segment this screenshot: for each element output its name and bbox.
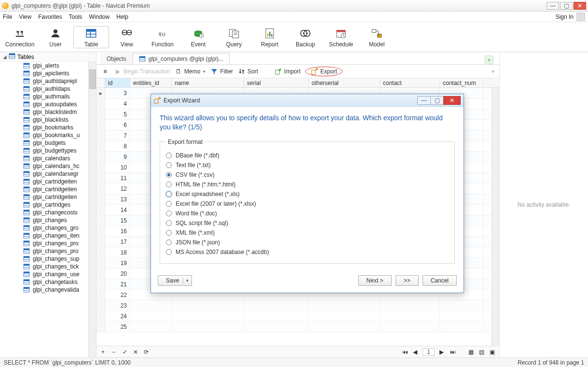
cell-id[interactable]: 24 [105,311,130,321]
export-button[interactable]: Export [305,67,342,76]
nav-table-item[interactable]: glpi_changes_tick [0,263,96,270]
grid-view-toggle[interactable]: ▦ [467,349,474,355]
dialog-maximize-button[interactable]: ▢ [430,96,444,105]
tab-objects[interactable]: Objects [100,53,133,64]
ribbon-user[interactable]: User [38,27,73,48]
delete-row-button[interactable]: − [111,349,118,355]
nav-table-item[interactable]: glpi_bookmarks_u [0,131,96,139]
nav-table-item[interactable]: glpi_bookmarks [0,124,96,131]
ribbon-model[interactable]: Model [359,27,395,48]
nav-table-item[interactable]: glpi_calendars [0,155,96,162]
nav-table-item[interactable]: glpi_blacklists [0,116,96,124]
nav-table-item[interactable]: glpi_changes_pro [0,247,96,255]
export-format-option[interactable]: DBase file (*.dbf) [166,152,449,159]
add-row-button[interactable]: + [100,349,107,355]
nav-table-item[interactable]: glpi_changetasks [0,278,96,286]
cell-id[interactable]: 8 [105,141,130,151]
dialog-titlebar[interactable]: Export Wizard — ▢ ✕ [151,94,464,107]
nav-table-item[interactable]: glpi_autoupdates [0,100,96,108]
nav-table-item[interactable]: glpi_changes_gro [0,224,96,232]
refresh-button[interactable]: ⟳ [143,349,150,355]
cell-id[interactable]: 17 [105,237,130,247]
menu-file[interactable]: File [3,14,12,20]
window-minimize-button[interactable]: — [547,2,559,10]
dialog-minimize-button[interactable]: — [417,96,431,105]
cell-id[interactable]: 12 [105,184,130,194]
nav-table-item[interactable]: glpi_alerts [0,62,96,70]
column-header-name[interactable]: name [172,78,244,87]
cell-id[interactable]: 11 [105,173,130,183]
table-row[interactable]: 24 [96,311,499,322]
cell-id[interactable]: 18 [105,247,130,257]
nav-table-item[interactable]: glpi_changes_pro [0,240,96,247]
more-actions-icon[interactable]: » [492,69,494,74]
next-button[interactable]: Next > [358,275,392,286]
nav-scrollbar[interactable] [88,62,96,357]
cell-id[interactable]: 9 [105,152,130,162]
cancel-button[interactable]: Cancel [423,275,457,286]
dialog-close-button[interactable]: ✕ [443,96,461,105]
export-format-option[interactable]: HTML file (*.htm;*.html) [166,181,449,188]
cell-id[interactable]: 21 [105,279,130,289]
nav-table-item[interactable]: glpi_cartridgeiten [0,178,96,185]
column-header-entities[interactable]: entities_id [130,78,172,87]
nav-table-item[interactable]: glpi_budgettypes [0,147,96,155]
cancel-edit-button[interactable]: ✕ [132,349,139,355]
sort-button[interactable]: Sort [238,68,258,75]
menu-favorites[interactable]: Favorites [38,14,62,20]
nav-tables-node[interactable]: ◢ Tables [0,52,96,62]
save-profile-button[interactable]: Save▾ [158,275,192,286]
nav-table-item[interactable]: glpi_calendarsegr [0,170,96,178]
menu-window[interactable]: Window [89,14,110,20]
first-page-button[interactable]: ⏮ [401,349,408,355]
nav-table-item[interactable]: glpi_authldaps [0,85,96,93]
nav-table-item[interactable]: glpi_authmails [0,93,96,100]
export-format-option[interactable]: CSV file (*.csv) [166,171,449,178]
filter-button[interactable]: Filter [210,68,233,75]
cell-id[interactable]: 20 [105,268,130,279]
ribbon-event[interactable]: Event [180,27,216,48]
new-tab-button[interactable]: ＋ [485,56,493,64]
cell-id[interactable]: 22 [105,290,130,300]
column-header-contactnum[interactable]: contact_num [440,78,483,87]
window-close-button[interactable]: ✕ [574,2,586,10]
table-row[interactable]: 25 [96,322,499,332]
window-maximize-button[interactable]: ▢ [560,2,573,10]
menu-view[interactable]: View [19,14,31,20]
cell-id[interactable]: 23 [105,300,130,311]
cell-id[interactable]: 19 [105,258,130,268]
nav-table-item[interactable]: glpi_changes_sup [0,255,96,263]
nav-table-item[interactable]: glpi_changevalida [0,286,96,294]
cell-id[interactable]: 7 [105,130,130,141]
cell-id[interactable]: 5 [105,109,130,119]
export-format-option[interactable]: Text file (*.txt) [166,162,449,169]
ribbon-connection[interactable]: Connection [2,27,38,48]
ribbon-query[interactable]: Query [216,27,252,48]
nav-table-item[interactable]: glpi_cartridgeiten [0,193,96,201]
export-format-option[interactable]: Excel spreadsheet (*.xls) [166,191,449,198]
export-format-option[interactable]: Word file (*.doc) [166,210,449,217]
export-format-option[interactable]: Excel file (2007 or later) (*.xlsx) [166,200,449,207]
tab-current-table[interactable]: glpi_computers @glpi (glpi)... [133,53,230,64]
ribbon-function[interactable]: f(x)Function [145,27,180,48]
nav-table-item[interactable]: glpi_budgets [0,139,96,147]
memo-button[interactable]: 🗒Memo▾ [175,68,205,75]
grid-scrollbar-vertical[interactable] [492,88,499,346]
form-view-toggle[interactable]: ▤ [478,349,485,355]
nav-table-item[interactable]: glpi_calendars_hc [0,162,96,170]
begin-transaction-button[interactable]: ▶ Begin Transaction [114,68,170,75]
column-header-contact[interactable]: contact [380,78,440,87]
nav-table-item[interactable]: glpi_apiclients [0,70,96,77]
last-page-button[interactable]: ⏭ [449,349,456,355]
prev-page-button[interactable]: ◀ [412,349,419,355]
nav-table-item[interactable]: glpi_cartridgeiten [0,185,96,193]
cell-id[interactable]: 15 [105,215,130,226]
nav-table-item[interactable]: glpi_blacklistedm [0,108,96,116]
nav-table-item[interactable]: glpi_changes [0,216,96,224]
cell-id[interactable]: 3 [105,88,130,98]
nav-table-item[interactable]: glpi_changecosts [0,209,96,216]
cell-id[interactable]: 13 [105,194,130,204]
column-header-id[interactable]: id [105,78,130,87]
table-row[interactable]: 23 [96,300,499,311]
nav-table-item[interactable]: glpi_authldaprepl [0,77,96,85]
